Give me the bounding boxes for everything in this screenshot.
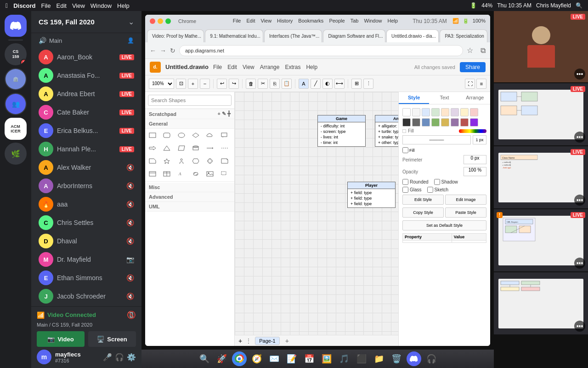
stroke-red-dark[interactable] (470, 118, 478, 126)
bookmark-icon[interactable]: ☆ (467, 46, 473, 55)
shape-diamond[interactable] (190, 131, 201, 140)
uml-game-class[interactable]: Game - difficulty: int - screen: type - … (317, 115, 366, 147)
add-table-icon[interactable]: ⊞ (351, 79, 362, 89)
sketch-checkbox[interactable] (427, 187, 433, 193)
hue-slider[interactable] (459, 129, 486, 133)
drawio-menu-help[interactable]: Help (306, 64, 317, 70)
more-options-4[interactable]: ••• (574, 321, 585, 332)
reload-button[interactable]: ↻ (170, 47, 175, 54)
paste-style-button[interactable]: Paste Style (445, 207, 486, 218)
member-item-aaa[interactable]: 🔥 aaa 🔇 (35, 195, 138, 213)
shape-cloud[interactable] (204, 131, 215, 140)
apple-icon[interactable]:  (6, 2, 8, 9)
edit-image-button[interactable]: Edit Image (445, 195, 486, 205)
zoom-out-icon[interactable]: − (200, 79, 210, 89)
extensions-icon[interactable]: ⧉ (481, 46, 486, 55)
dock-mail[interactable]: ✉️ (267, 351, 282, 366)
back-button[interactable]: ← (150, 47, 156, 54)
shape-swimlane[interactable] (147, 169, 158, 178)
redo-icon[interactable]: ↪ (229, 79, 239, 89)
menubar-help[interactable]: Help (117, 2, 130, 9)
chrome-tab-1[interactable]: 9.1: Mathematical Indu... (205, 29, 263, 42)
member-item-jacob[interactable]: J Jacob Schroeder 🔇 (35, 287, 138, 305)
zoom-select[interactable]: 100% (149, 79, 174, 89)
general-section[interactable]: General (145, 119, 234, 129)
scratchpad-section[interactable]: Scratchpad + ✎ ╋ (145, 109, 234, 119)
text-tab[interactable]: Text (429, 92, 459, 104)
style-tab[interactable]: Style (399, 92, 429, 104)
video-button[interactable]: 📷 Video (37, 331, 85, 347)
fill-checkbox[interactable] (402, 147, 408, 153)
server-icon-icer[interactable]: ACMICER (5, 118, 27, 140)
arrange-tab[interactable]: Arrange (460, 92, 490, 104)
fill-green-light[interactable] (431, 108, 440, 116)
shadow-checkbox[interactable] (434, 179, 440, 185)
shape-group[interactable] (219, 169, 230, 178)
server-icon-4[interactable]: 🌿 (5, 143, 27, 165)
menubar-app-name[interactable]: Discord (13, 2, 35, 9)
fill-orange-light[interactable] (441, 108, 449, 116)
member-item-cate[interactable]: C Cate Baker LIVE (35, 103, 138, 121)
more-pages-icon[interactable]: ⋮ (246, 338, 251, 344)
chrome-menu-history[interactable]: History (277, 18, 293, 24)
copy-style-button[interactable]: Copy Style (402, 207, 444, 218)
fill-light[interactable] (412, 108, 420, 116)
dock-spotify[interactable]: 🎧 (424, 351, 439, 366)
connection-icon[interactable]: ⟷ (334, 79, 345, 89)
shape-rect[interactable] (147, 131, 158, 140)
shape-link[interactable] (190, 169, 201, 178)
member-item-hannah[interactable]: H Hannah Ple... LIVE (35, 140, 138, 158)
line-style-selector[interactable]: ───── (402, 135, 471, 144)
uml-animal-class[interactable]: Animal + alligator: type + turtle: type … (375, 115, 398, 147)
channel-header[interactable]: CS 159, Fall 2020 ⌄ (31, 11, 141, 33)
more-options-button[interactable]: ••• (574, 69, 585, 80)
stroke-dark[interactable] (402, 118, 411, 126)
chrome-tab-4-active[interactable]: Untitled.drawio - dia... (386, 29, 439, 42)
dock-music[interactable]: 🎵 (337, 351, 351, 366)
voice-channel-header[interactable]: 🔊 Main 👤 (31, 33, 141, 46)
stroke-blue[interactable] (422, 118, 430, 126)
fill-purple-light[interactable] (451, 108, 459, 116)
microphone-icon[interactable]: 🎤 (103, 353, 112, 362)
member-item-andrea[interactable]: A Andrea Ebert LIVE (35, 85, 138, 103)
thumb-diagram-4[interactable]: ••• (494, 272, 588, 334)
shape-ellipse[interactable] (176, 131, 187, 140)
settings-icon[interactable]: ⚙️ (127, 353, 136, 362)
thumb-diagram-1[interactable]: LIVE ••• (494, 83, 588, 145)
drawio-share-button[interactable]: Share (460, 62, 486, 72)
dock-launchpad[interactable]: 🚀 (215, 351, 229, 366)
shape-image[interactable] (204, 169, 215, 178)
canvas-area[interactable]: Game - difficulty: int - screen: type - … (235, 92, 398, 346)
opacity-input[interactable]: 100 % (464, 167, 486, 176)
menubar-edit[interactable]: Edit (56, 2, 66, 9)
menubar-view[interactable]: View (72, 2, 85, 9)
dock-terminal[interactable]: ⬛ (354, 351, 369, 366)
dock-trash[interactable]: 🗑️ (389, 351, 404, 366)
server-icon-3[interactable]: 👥 (5, 93, 27, 115)
drawio-menu-view[interactable]: View (243, 64, 254, 70)
paste-icon[interactable]: 📋 (282, 79, 292, 89)
chrome-tab-5[interactable]: PA3: Specialization (440, 29, 487, 42)
fill-yellow[interactable] (460, 108, 469, 116)
fill-color-icon[interactable]: A (299, 79, 309, 89)
disconnect-phone-icon[interactable]: 📵 (127, 310, 136, 319)
member-item-alex[interactable]: A Alex Walker 🔇 (35, 158, 138, 177)
dock-files[interactable]: 📁 (372, 351, 386, 366)
undo-icon[interactable]: ↩ (217, 79, 227, 89)
dock-finder[interactable]: 🔍 (197, 351, 212, 366)
delete-icon[interactable]: 🗑 (246, 79, 256, 89)
member-item-anastasia[interactable]: A Anastasia Fo... LIVE (35, 66, 138, 85)
chrome-tab-0[interactable]: Video: Proof by Mathe... (147, 29, 204, 42)
drawio-menu-arrange[interactable]: Arrange (260, 64, 280, 70)
misc-section[interactable]: Misc (145, 183, 234, 192)
discord-logo-server[interactable] (5, 15, 27, 37)
perimeter-input[interactable]: 0 px (464, 155, 486, 164)
uml-section[interactable]: UML (145, 202, 234, 212)
minimize-button[interactable] (158, 18, 163, 24)
member-item-aaron[interactable]: A Aaron_Book LIVE (35, 48, 138, 66)
dock-discord[interactable] (407, 351, 421, 366)
more-options-1[interactable]: ••• (574, 132, 585, 143)
shape-text[interactable]: A (176, 169, 187, 178)
line-color-icon[interactable]: ╱ (311, 79, 321, 89)
add-page-btn[interactable]: + (285, 337, 289, 345)
